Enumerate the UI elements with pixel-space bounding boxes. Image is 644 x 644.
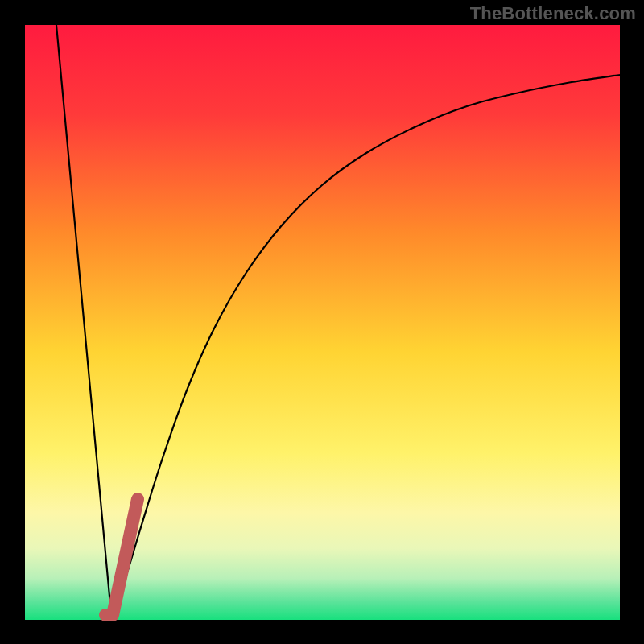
chart-container: { "meta": { "watermark": "TheBottleneck.…	[0, 0, 644, 644]
plot-background	[25, 25, 620, 620]
watermark-label: TheBottleneck.com	[470, 3, 636, 24]
chart-svg	[0, 0, 644, 644]
